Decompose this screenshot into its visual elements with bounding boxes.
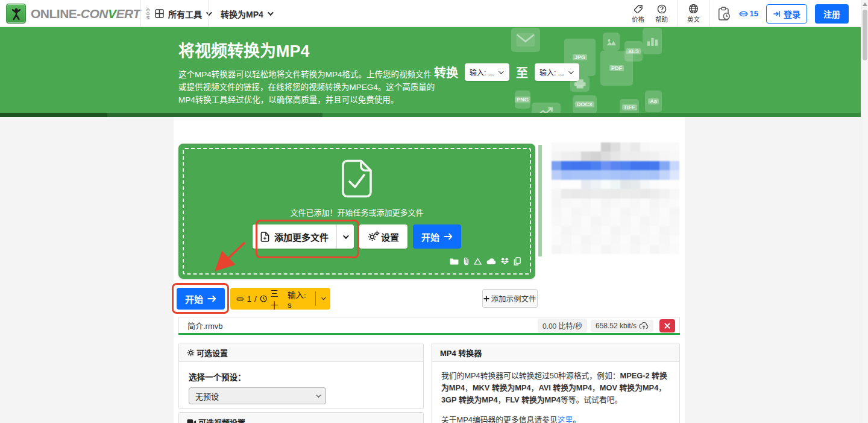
nav-convert-to-mp4[interactable]: 转换为MP4 <box>215 0 278 27</box>
settings-button[interactable]: 设置 <box>359 224 407 249</box>
output-format-select[interactable]: 输入: ... <box>535 63 579 81</box>
filetype-bg-icon: DOCX <box>573 95 597 113</box>
plus-icon <box>483 296 489 302</box>
tag-icon <box>634 4 643 14</box>
upload-speed-badge: 658.52 kbit/s <box>591 320 653 332</box>
add-more-files-split-button: 添加更多文件 <box>253 224 354 249</box>
register-button[interactable]: 注册 <box>815 4 849 24</box>
preset-select[interactable]: 无预设 <box>189 387 326 404</box>
dropbox-icon[interactable] <box>501 258 509 265</box>
converter-info-panel: MP4 转换器 我们的MP4转换器可以转换超过50种源格式，例如：MPEG-2 … <box>432 343 680 423</box>
hero-bottom-strip <box>0 113 861 117</box>
upload-sources-row <box>450 257 521 266</box>
gears-icon <box>368 232 377 241</box>
nav-all-tools-label: 所有工具 <box>168 8 202 20</box>
start-button-card[interactable]: 开始 <box>413 224 461 249</box>
gear-icon <box>187 349 195 357</box>
to-label: 至 <box>516 63 528 81</box>
scrollbar <box>861 0 868 423</box>
converter-info-header: MP4 转换器 <box>432 343 679 362</box>
filetype-bg-icon: PDF <box>600 51 633 86</box>
optional-settings-panel: 可选设置 选择一个预设： 无预设 <box>178 343 424 409</box>
add-more-files-dropdown[interactable] <box>336 224 354 249</box>
format-selector-row: 转换 输入: ... 至 输入: ... <box>434 63 579 81</box>
input-format-select[interactable]: 输入: ... <box>465 63 509 81</box>
chevron-down-icon <box>268 10 274 16</box>
here-link[interactable]: 这里 <box>558 415 573 423</box>
converter-info-more: 关于MP4编码器的更多信息请参见这里。 <box>441 414 670 423</box>
language-button[interactable]: 英文 <box>686 4 702 24</box>
globe-icon <box>688 4 699 14</box>
file-name: 简介.rmvb <box>187 320 534 331</box>
filetype-bg-icon: Aa <box>645 91 662 112</box>
logo-icon <box>6 4 26 24</box>
filetype-bg-icon: PNG <box>515 91 530 109</box>
filetype-bg-icon <box>511 28 540 52</box>
link-paperclip-icon[interactable] <box>464 257 469 266</box>
arrow-right-icon <box>207 295 216 302</box>
divider <box>678 0 678 27</box>
login-button[interactable]: 登录 <box>766 4 807 24</box>
scrollbar-thumb[interactable] <box>863 10 867 60</box>
coin-icon <box>236 296 244 302</box>
chevron-down-icon <box>343 233 349 239</box>
chevron-down-icon <box>206 10 212 16</box>
page-title: 将视频转换为MP4 <box>178 38 310 62</box>
arrow-right-icon <box>444 233 453 240</box>
upload-buttons-row: 添加更多文件 设置 开始 <box>178 224 535 249</box>
file-progress-bar <box>178 333 680 335</box>
page: ONLINE-CONVERT .COM 所有工具 转换为MP4 价格 帮助 <box>0 0 868 423</box>
main-content: 文件已添加！开始任务或添加更多文件 添加更多文件 设置 <box>0 117 861 423</box>
cloud-upload-icon <box>639 322 649 329</box>
divider <box>315 291 316 306</box>
convert-label: 转换 <box>434 63 458 81</box>
video-settings-header: 可选视频设置 <box>179 413 423 423</box>
chevron-down-icon <box>498 69 503 74</box>
chevron-down-icon <box>316 392 321 397</box>
video-camera-icon <box>187 419 197 423</box>
page-description: 这个MP4转换器可以轻松地将文件转换为MP4格式。上传您的视频文件或提供视频文件… <box>178 68 439 106</box>
google-drive-icon[interactable] <box>474 258 482 265</box>
question-circle-icon <box>657 4 667 14</box>
bitrate-badge: 0.00 比特/秒 <box>538 319 587 332</box>
scrollbar-up-arrow[interactable] <box>863 2 867 6</box>
filetype-bg-icon <box>643 28 662 54</box>
hero-banner: JPGXLSPDFPNGDOCXTIFFAa 将视频转换为MP4 这个MP4转换… <box>0 27 861 117</box>
nav-convert-label: 转换为MP4 <box>221 8 263 20</box>
add-example-file-button[interactable]: 添加示例文件 <box>482 289 538 308</box>
job-history-button[interactable] <box>718 7 731 21</box>
chevron-down-icon <box>321 296 326 301</box>
file-row: 简介.rmvb 0.00 比特/秒 658.52 kbit/s <box>178 317 680 334</box>
video-settings-panel: 可选视频设置 <box>178 412 424 423</box>
add-more-files-button[interactable]: 添加更多文件 <box>253 224 336 249</box>
copy-paste-icon[interactable] <box>514 257 521 266</box>
divider <box>709 0 710 27</box>
nav-all-tools[interactable]: 所有工具 <box>149 0 216 27</box>
start-button-main[interactable]: 开始 <box>177 288 225 310</box>
upload-dropzone[interactable]: 文件已添加！开始任务或添加更多文件 添加更多文件 设置 <box>178 144 535 279</box>
onedrive-cloud-icon[interactable] <box>486 258 496 265</box>
help-button[interactable]: 帮助 <box>654 4 670 24</box>
credits-badge[interactable]: 15 <box>739 9 758 18</box>
topnav-actions: 价格 帮助 英文 15 <box>631 0 849 27</box>
logo-text: ONLINE-CONVERT <box>31 7 140 21</box>
filetype-bg-icon <box>603 33 620 51</box>
upload-status-text: 文件已添加！开始任务或添加更多文件 <box>178 206 535 218</box>
clipboard-clock-icon <box>718 7 731 21</box>
converter-info-paragraph: 我们的MP4转换器可以转换超过50种源格式，例如：MPEG-2 转换为MP4，M… <box>441 370 670 406</box>
preset-label: 选择一个预设： <box>189 371 414 383</box>
logo[interactable]: ONLINE-CONVERT .COM <box>6 0 150 27</box>
close-icon <box>664 323 670 329</box>
divider <box>140 0 141 27</box>
file-plus-icon <box>260 232 269 242</box>
job-limits-dropdown[interactable]: 1 / 三十 输入: s <box>230 288 330 310</box>
remove-file-button[interactable] <box>659 319 675 332</box>
ad-side-strip <box>538 145 542 256</box>
price-button[interactable]: 价格 <box>631 4 646 24</box>
chevron-down-icon <box>568 69 573 74</box>
divider <box>208 0 209 27</box>
folder-icon[interactable] <box>450 258 459 265</box>
top-navbar: ONLINE-CONVERT .COM 所有工具 转换为MP4 价格 帮助 <box>0 0 861 27</box>
file-added-check-icon <box>339 159 374 198</box>
clock-icon <box>260 294 267 303</box>
